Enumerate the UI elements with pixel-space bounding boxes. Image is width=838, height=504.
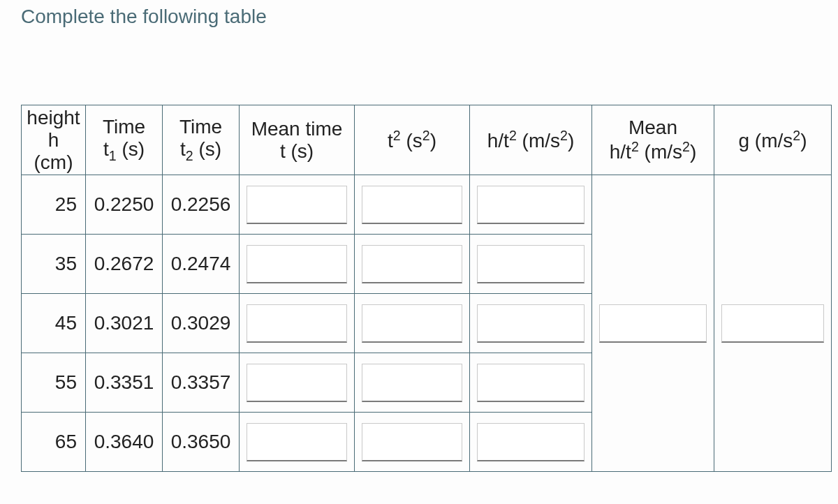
input-mean-time[interactable] xyxy=(247,304,347,343)
cell-mean-time xyxy=(240,294,355,353)
header-meant-l2: t (s) xyxy=(280,140,314,162)
header-t-squared: t2 (s2) xyxy=(355,105,470,175)
cell-t1: 0.3351 xyxy=(86,353,163,413)
header-h-over-t2: h/t2 (m/s2) xyxy=(470,105,592,175)
input-g[interactable] xyxy=(721,304,824,343)
cell-h-over-t2 xyxy=(470,175,592,235)
header-height-l1: height xyxy=(27,107,80,128)
cell-t-squared xyxy=(355,235,470,294)
cell-t1: 0.2250 xyxy=(86,175,163,235)
cell-g xyxy=(714,175,832,472)
header-ht2-close: ) xyxy=(568,130,574,151)
header-ht2-sup: 2 xyxy=(509,128,517,143)
header-row: height h (cm) Time t1 (s) Time t2 (s) Me… xyxy=(22,105,832,175)
header-g-close: ) xyxy=(800,130,807,151)
header-t1-l1: Time xyxy=(103,116,145,138)
header-g-sup: 2 xyxy=(793,128,800,143)
header-t2-l1: Time xyxy=(179,116,222,138)
table-row: 25 0.2250 0.2256 xyxy=(22,175,832,235)
header-t2: Time t2 (s) xyxy=(163,105,240,175)
input-mean-h-over-t2[interactable] xyxy=(599,304,706,343)
input-mean-time[interactable] xyxy=(247,245,347,283)
header-tsq-sup: 2 xyxy=(393,128,401,143)
cell-h-over-t2 xyxy=(470,413,592,472)
input-mean-time[interactable] xyxy=(247,364,347,402)
cell-h: 25 xyxy=(22,175,86,235)
input-h-over-t2[interactable] xyxy=(477,186,584,224)
cell-h-over-t2 xyxy=(470,235,592,294)
header-tsq-sup2: 2 xyxy=(422,128,430,143)
header-height: height h (cm) xyxy=(22,105,86,175)
cell-t2: 0.3357 xyxy=(163,353,240,413)
header-height-l2: h xyxy=(48,129,59,151)
table-body: 25 0.2250 0.2256 35 0.2672 0.2474 45 0.3… xyxy=(22,175,832,472)
cell-h-over-t2 xyxy=(470,353,592,413)
header-meanht2-l1: Mean xyxy=(628,117,677,138)
header-g-pre: g (m/s xyxy=(738,130,793,151)
header-ht2-pre: h/t xyxy=(487,130,509,151)
input-h-over-t2[interactable] xyxy=(477,304,584,343)
header-mean-h-over-t2: Mean h/t2 (m/s2) xyxy=(592,105,714,175)
cell-t1: 0.2672 xyxy=(86,235,163,294)
cell-mean-h-over-t2 xyxy=(592,175,714,472)
input-h-over-t2[interactable] xyxy=(477,423,584,461)
header-height-l3: (cm) xyxy=(34,151,73,173)
cell-t1: 0.3021 xyxy=(86,294,163,353)
cell-mean-time xyxy=(240,353,355,413)
input-mean-time[interactable] xyxy=(247,186,347,224)
cell-h-over-t2 xyxy=(470,294,592,353)
input-h-over-t2[interactable] xyxy=(477,245,584,283)
cell-t-squared xyxy=(355,294,470,353)
input-t-squared[interactable] xyxy=(362,304,462,343)
header-tsq-post: (s xyxy=(401,130,422,151)
cell-t-squared xyxy=(355,175,470,235)
cell-h: 65 xyxy=(22,413,86,472)
cell-t2: 0.2256 xyxy=(163,175,240,235)
header-meanht2-sup: 2 xyxy=(631,139,639,154)
header-t2-pre: t xyxy=(180,138,186,160)
header-t2-sub: 2 xyxy=(186,148,193,163)
header-ht2-sup2: 2 xyxy=(560,128,568,143)
header-tsq-pre: t xyxy=(388,130,393,151)
cell-h: 45 xyxy=(22,294,86,353)
input-h-over-t2[interactable] xyxy=(477,364,584,402)
cell-t2: 0.3650 xyxy=(163,413,240,472)
cell-t2: 0.3029 xyxy=(163,294,240,353)
header-meant-l1: Mean time xyxy=(251,118,343,140)
data-table: height h (cm) Time t1 (s) Time t2 (s) Me… xyxy=(21,105,832,472)
header-g: g (m/s2) xyxy=(714,105,832,175)
cell-h: 55 xyxy=(22,353,86,413)
header-t1-post: (s) xyxy=(117,138,145,160)
cell-h: 35 xyxy=(22,235,86,294)
cell-mean-time xyxy=(240,235,355,294)
cell-t-squared xyxy=(355,413,470,472)
header-meanht2-pre: h/t xyxy=(610,141,631,163)
cell-t1: 0.3640 xyxy=(86,413,163,472)
cell-t2: 0.2474 xyxy=(163,235,240,294)
instruction-text: Complete the following table xyxy=(21,6,828,28)
page-container: Complete the following table height h (c… xyxy=(0,0,838,472)
input-t-squared[interactable] xyxy=(362,364,462,402)
header-tsq-close: ) xyxy=(430,130,436,151)
header-t1: Time t1 (s) xyxy=(86,105,163,175)
input-t-squared[interactable] xyxy=(362,245,462,283)
cell-mean-time xyxy=(240,175,355,235)
header-t1-sub: 1 xyxy=(109,148,117,163)
cell-t-squared xyxy=(355,353,470,413)
header-t2-post: (s) xyxy=(193,138,221,160)
cell-mean-time xyxy=(240,413,355,472)
header-t1-pre: t xyxy=(103,138,109,160)
input-t-squared[interactable] xyxy=(362,423,462,461)
header-meanht2-post: (m/s xyxy=(639,141,682,163)
header-meanht2-close: ) xyxy=(690,141,696,163)
header-ht2-post: (m/s xyxy=(517,130,560,151)
header-mean-time: Mean time t (s) xyxy=(240,105,355,175)
input-mean-time[interactable] xyxy=(247,423,347,461)
header-meanht2-sup2: 2 xyxy=(682,139,690,154)
input-t-squared[interactable] xyxy=(362,186,462,224)
